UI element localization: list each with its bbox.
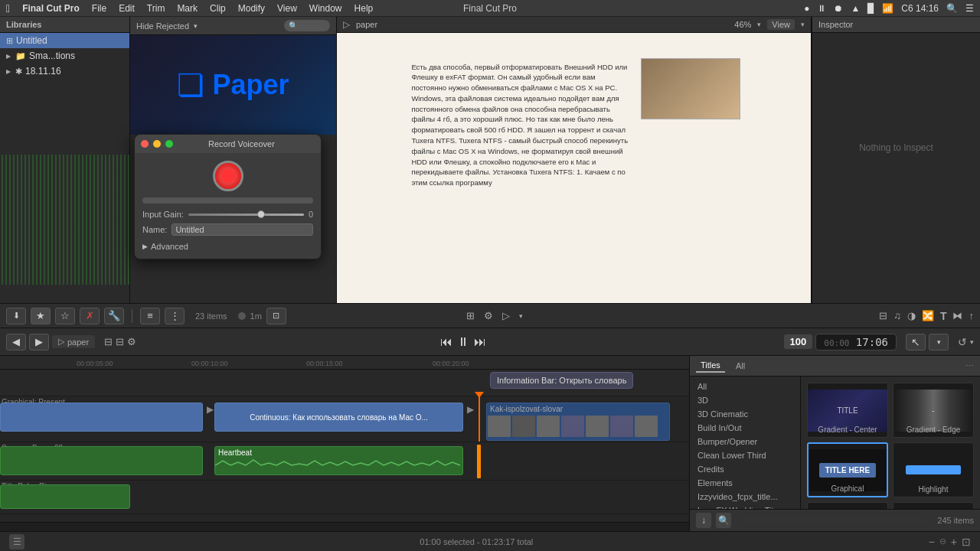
reject-button[interactable]: ✗	[80, 308, 100, 324]
index-icon[interactable]: ⚙	[127, 336, 136, 347]
connection-icon[interactable]: ⊟	[879, 310, 887, 321]
titles-search-icon[interactable]: 🔍	[716, 513, 731, 528]
title-thumb-information-bar[interactable]: Information Information Bar	[893, 502, 974, 509]
back-button[interactable]: ◀	[6, 334, 26, 350]
skip-back-button[interactable]: ⏮	[440, 335, 452, 349]
minimize-button[interactable]	[153, 140, 161, 148]
category-credits[interactable]: Credits	[690, 462, 800, 476]
sidebar-item-smations[interactable]: ▶ 📁 Sma...tions	[0, 48, 129, 64]
preview-view-button[interactable]: View	[767, 19, 795, 30]
menu-view[interactable]: View	[277, 3, 297, 14]
title-item-information-bar[interactable]: Information Information Bar	[893, 502, 974, 509]
maximize-button[interactable]	[165, 140, 173, 148]
color-icon[interactable]: ◑	[907, 310, 916, 321]
title-thumb-gradient-edge[interactable]: - Gradient - Edge	[893, 383, 974, 438]
sidebar-item-date[interactable]: ▶ ✱ 18.11.16	[0, 64, 129, 79]
fit-btn[interactable]: ⊡	[266, 308, 286, 324]
title-thumb-gradient-center[interactable]: TITLE Gradient - Center	[807, 383, 888, 438]
title-item-highlight[interactable]: Highlight	[893, 442, 974, 497]
clip-continuous[interactable]: Continuous: Как использовать словарь на …	[214, 403, 463, 432]
titles-filter-icon[interactable]: ⋯	[965, 361, 974, 371]
clip-kak-ispolzovat[interactable]: Kak-ispolzovat-slovar	[486, 403, 670, 441]
unfavorite-button[interactable]: ☆	[55, 308, 75, 324]
view-list-btn[interactable]: ≡	[140, 308, 160, 324]
share-icon[interactable]: ↑	[969, 310, 974, 321]
effects-icon[interactable]: 🔀	[922, 310, 934, 321]
menu-mark[interactable]: Mark	[177, 3, 198, 14]
clip-title-pulse[interactable]	[0, 484, 130, 509]
apple-menu-icon[interactable]: 	[6, 2, 10, 15]
browser-search[interactable]: 🔍	[284, 20, 330, 31]
name-input[interactable]	[172, 223, 313, 236]
zoom-in-icon[interactable]: +	[951, 536, 957, 548]
forward-button[interactable]: ▶	[29, 334, 49, 350]
menu-extra-icon[interactable]: ☰	[965, 3, 974, 14]
preview-dropdown-icon[interactable]: ▾	[519, 312, 523, 320]
category-all[interactable]: All	[690, 380, 800, 393]
close-button[interactable]	[141, 140, 149, 148]
category-lenofx[interactable]: LenoFX Wedding Tit...	[690, 504, 800, 509]
category-3d-cinematic[interactable]: 3D Cinematic	[690, 407, 800, 421]
transition-icon[interactable]: ⧓	[952, 310, 962, 321]
menu-app-name[interactable]: Final Cut Pro	[22, 3, 80, 14]
menu-window[interactable]: Window	[309, 3, 342, 14]
menu-clip[interactable]: Clip	[210, 3, 226, 14]
zoom-slider[interactable]: ⊖	[939, 536, 946, 546]
menu-trim[interactable]: Trim	[147, 3, 165, 14]
tag-button[interactable]: 🔧	[104, 308, 124, 324]
audio-lanes-icon[interactable]: ⊟	[104, 336, 113, 347]
category-bumper-opener[interactable]: Bumper/Opener	[690, 435, 800, 448]
title-item-gradient-edge[interactable]: - Gradient - Edge	[893, 383, 974, 438]
status-list-icon[interactable]: ☰	[9, 534, 24, 549]
play-pause-button[interactable]: ⏸	[457, 335, 469, 349]
redo-icon[interactable]: ▾	[970, 338, 974, 346]
record-voiceover-button[interactable]	[213, 161, 243, 191]
favorite-button[interactable]: ★	[31, 308, 51, 324]
preview-clip-type-icon[interactable]: ▷	[502, 310, 510, 321]
search-icon[interactable]: 🔍	[946, 3, 958, 14]
clip-scanner-beam[interactable]	[0, 446, 203, 475]
menu-modify[interactable]: Modify	[238, 3, 265, 14]
titles-scrollbar[interactable]	[739, 518, 929, 523]
menu-help[interactable]: Help	[354, 3, 374, 14]
tab-all[interactable]: All	[731, 360, 750, 372]
category-build-in-out[interactable]: Build In/Out	[690, 421, 800, 435]
tool-dropdown[interactable]: ▾	[929, 334, 949, 350]
menu-file[interactable]: File	[92, 3, 106, 14]
timecode-display[interactable]: 00:00 17:06	[815, 334, 897, 350]
zoom-out-icon[interactable]: −	[929, 536, 935, 548]
info-popup-bar[interactable]: Information Bar: Открыть словарь	[490, 372, 633, 389]
timeline-tab-paper[interactable]: ▷ paper	[52, 335, 95, 348]
category-izzyvideo[interactable]: Izzyvideo_fcpx_title...	[690, 490, 800, 504]
category-elements[interactable]: Elements	[690, 476, 800, 490]
title-item-gradient-center[interactable]: TITLE Gradient - Center	[807, 383, 888, 438]
timecode-counter[interactable]: 100	[784, 334, 813, 349]
select-tool-button[interactable]: ↖	[906, 334, 926, 350]
advanced-disclosure[interactable]: ▶ Advanced	[142, 242, 313, 251]
clip-graphical-1[interactable]	[0, 403, 203, 432]
audio-icon[interactable]: ♫	[893, 310, 901, 321]
category-3d[interactable]: 3D	[690, 393, 800, 407]
category-clean-lower-third[interactable]: Clean Lower Third	[690, 448, 800, 462]
clip-heartbeat[interactable]: Heartbeat	[214, 446, 463, 475]
title-thumb-highlight[interactable]: Highlight	[893, 442, 974, 497]
fit-timeline-icon[interactable]: ⊡	[962, 536, 971, 548]
text-icon[interactable]: T	[940, 310, 947, 322]
menu-edit[interactable]: Edit	[119, 3, 135, 14]
title-thumb-horizontal-blur[interactable]: Title Horizontal Blur	[807, 502, 888, 509]
view-detail-btn[interactable]: ⋮	[165, 308, 185, 324]
skip-forward-button[interactable]: ⏭	[474, 335, 486, 349]
dot-btn[interactable]	[238, 312, 246, 320]
expand-view-icon[interactable]: ⊞	[466, 310, 475, 321]
title-item-horizontal-blur[interactable]: Title Horizontal Blur	[807, 502, 888, 509]
title-item-graphical[interactable]: TITLE HERE Graphical	[807, 442, 888, 497]
undo-icon[interactable]: ↺	[958, 336, 967, 348]
sidebar-item-untitled[interactable]: ⊞ Untitled	[0, 33, 129, 48]
clip-options-icon[interactable]: ⚙	[484, 310, 493, 321]
import-button[interactable]: ⬇	[6, 308, 26, 324]
roles-icon[interactable]: ⊟	[116, 336, 124, 347]
timeline-scrollbar[interactable]	[0, 522, 689, 531]
tab-titles[interactable]: Titles	[696, 359, 725, 373]
gain-slider[interactable]	[188, 214, 304, 216]
add-to-timeline-icon[interactable]: ↓	[696, 513, 711, 528]
